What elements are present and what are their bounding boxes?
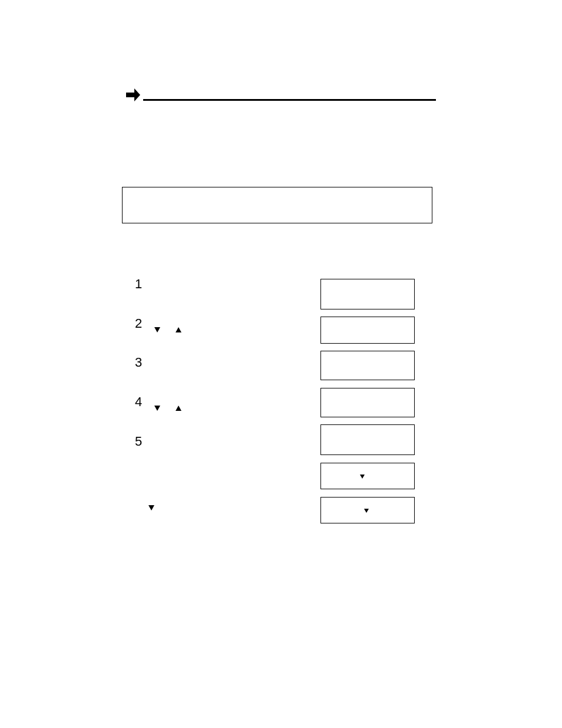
svg-rect-0	[126, 93, 134, 97]
step-number-2: 2	[135, 316, 142, 331]
step-number-3: 3	[135, 355, 142, 370]
triangle-down-icon	[154, 406, 160, 411]
divider	[143, 99, 436, 101]
triangle-up-icon	[176, 406, 181, 411]
triangle-down-icon	[154, 327, 160, 332]
step-number-1: 1	[135, 276, 142, 292]
page: 1 2 3 4 5	[0, 0, 562, 728]
triangle-down-icon	[360, 475, 365, 479]
step-number-5: 5	[135, 434, 142, 449]
note-box	[122, 187, 432, 223]
triangle-down-icon	[148, 505, 154, 510]
panel-box-1	[320, 279, 415, 309]
arrow-right-icon	[126, 88, 140, 101]
panel-box-7	[320, 497, 415, 523]
panel-box-4	[320, 388, 415, 417]
panel-box-6	[320, 463, 415, 489]
panel-box-3	[320, 351, 415, 380]
panel-box-5	[320, 424, 415, 455]
step-number-4: 4	[135, 394, 142, 410]
triangle-up-icon	[176, 327, 181, 332]
panel-box-2	[320, 317, 415, 344]
svg-marker-1	[134, 88, 140, 101]
triangle-down-icon	[364, 509, 369, 513]
